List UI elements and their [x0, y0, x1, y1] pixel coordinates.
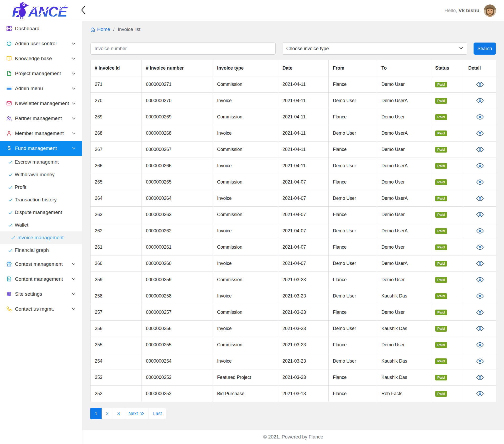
cell-number: 0000000257: [142, 304, 213, 321]
cell-type: Commission: [213, 207, 278, 223]
sidebar-subitem-profit[interactable]: Profit: [0, 181, 82, 194]
file-text-icon: [6, 276, 12, 282]
avatar[interactable]: [484, 4, 496, 17]
check-icon: [8, 172, 13, 177]
cell-to: Kaushik Das: [377, 369, 431, 386]
next-label: Next: [128, 411, 138, 416]
view-detail-eye-icon[interactable]: [476, 179, 484, 185]
view-detail-eye-icon[interactable]: [476, 81, 484, 88]
dollar-icon: $: [6, 145, 12, 151]
user-name: Vk bishu: [459, 8, 479, 13]
view-detail-eye-icon[interactable]: [476, 374, 484, 381]
sidebar-subitem-label: Withdrawn money: [15, 172, 55, 177]
cell-date: 2021-03-23: [278, 353, 329, 369]
cell-number: 0000000261: [142, 239, 213, 255]
status-badge: Paid: [435, 310, 447, 316]
chevron-down-icon: [71, 71, 76, 76]
view-detail-eye-icon[interactable]: [476, 260, 484, 267]
cell-detail: [464, 174, 496, 190]
sidebar-item-label: Member management: [15, 130, 64, 136]
page-button-2[interactable]: 2: [102, 408, 113, 419]
flance-logo[interactable]: F ANCE: [12, 2, 68, 19]
sidebar-subitem-invoice-management[interactable]: Invoice management: [0, 231, 82, 244]
users-icon: [6, 116, 12, 121]
breadcrumb-current: Invoice list: [118, 27, 140, 32]
view-detail-eye-icon[interactable]: [476, 114, 484, 120]
view-detail-eye-icon[interactable]: [476, 276, 484, 283]
sidebar-subitem-wallet[interactable]: Wallet: [0, 219, 82, 231]
view-detail-eye-icon[interactable]: [476, 390, 484, 397]
cell-detail: [464, 93, 496, 109]
sidebar-item-project-management[interactable]: Project management: [0, 66, 82, 81]
sidebar-item-fund-management[interactable]: $Fund management: [0, 141, 82, 156]
cell-from: Flance: [329, 337, 377, 353]
menu-lines-icon: [6, 86, 12, 91]
table-row: 2690000000269Commission2021-04-11FlanceD…: [91, 109, 496, 125]
sidebar-collapse-button[interactable]: [79, 6, 88, 15]
view-detail-eye-icon[interactable]: [476, 130, 484, 137]
sidebar-item-contest-management[interactable]: Contest management: [0, 257, 82, 271]
view-detail-eye-icon[interactable]: [476, 309, 484, 316]
sidebar-subitem-financial-graph[interactable]: Financial graph: [0, 244, 82, 257]
status-badge: Paid: [435, 163, 447, 169]
cell-type: Invoice: [213, 158, 278, 174]
view-detail-eye-icon[interactable]: [476, 228, 484, 234]
column-header-from: From: [329, 60, 377, 76]
next-page-button[interactable]: Next: [124, 408, 149, 419]
sidebar-item-site-settings[interactable]: Site settings: [0, 286, 82, 301]
view-detail-eye-icon[interactable]: [476, 163, 484, 169]
cell-from: Demo User: [329, 93, 377, 109]
view-detail-eye-icon[interactable]: [476, 325, 484, 332]
view-detail-eye-icon[interactable]: [476, 358, 484, 364]
sidebar-item-dashboard[interactable]: Dashboard: [0, 21, 82, 36]
sidebar-item-content-management[interactable]: Content management: [0, 271, 82, 286]
cell-detail: [464, 321, 496, 337]
cell-status: Paid: [431, 386, 464, 402]
cell-status: Paid: [431, 93, 464, 109]
status-badge: Paid: [435, 342, 447, 348]
sidebar-subitem-escrow-managemnt[interactable]: Escrow managemnt: [0, 156, 82, 168]
cell-status: Paid: [431, 239, 464, 255]
last-page-button[interactable]: Last: [149, 408, 166, 419]
invoice-number-input[interactable]: [90, 43, 276, 55]
view-detail-eye-icon[interactable]: [476, 342, 484, 348]
cell-status: Paid: [431, 304, 464, 321]
view-detail-eye-icon[interactable]: [476, 195, 484, 202]
cell-type: Commission: [213, 337, 278, 353]
check-icon: [8, 248, 13, 253]
sidebar-subitem-dispute-management[interactable]: Dispute management: [0, 206, 82, 219]
sidebar-item-label: Dashboard: [15, 26, 39, 32]
view-detail-eye-icon[interactable]: [476, 293, 484, 299]
table-row: 2520000000252Bid Purchase2021-03-13Flanc…: [91, 386, 496, 402]
sidebar-subitem-transaction-history[interactable]: Transaction history: [0, 194, 82, 206]
sidebar-item-admin-user-control[interactable]: Admin user control: [0, 36, 82, 51]
sidebar-item-knowledge-base[interactable]: Knowledge base: [0, 51, 82, 66]
power-icon: [6, 41, 12, 46]
filter-row: Choose invoice type Search: [90, 43, 496, 55]
sidebar-item-member-management[interactable]: Member management: [0, 126, 82, 141]
view-detail-eye-icon[interactable]: [476, 97, 484, 104]
svg-text:$: $: [8, 145, 10, 151]
cell-id: 257: [91, 304, 142, 321]
page-button-1[interactable]: 1: [90, 408, 102, 419]
cell-id: 270: [91, 93, 142, 109]
cell-status: Paid: [431, 109, 464, 125]
cell-status: Paid: [431, 369, 464, 386]
sidebar-item-admin-menu[interactable]: Admin menu: [0, 81, 82, 96]
cell-number: 0000000264: [142, 190, 213, 207]
view-detail-eye-icon[interactable]: [476, 146, 484, 153]
page-button-3[interactable]: 3: [113, 408, 124, 419]
invoice-type-select[interactable]: Choose invoice type: [282, 43, 468, 55]
breadcrumb-home-link[interactable]: Home: [97, 27, 110, 32]
column-header-date: Date: [278, 60, 329, 76]
sidebar-item-contact-us-mgmt[interactable]: Contact us mgmt.: [0, 301, 82, 316]
sidebar-item-partner-management[interactable]: Partner management: [0, 111, 82, 126]
cell-status: Paid: [431, 288, 464, 304]
sidebar-subitem-withdrawn-money[interactable]: Withdrawn money: [0, 168, 82, 181]
cell-id: 254: [91, 353, 142, 369]
search-button[interactable]: Search: [474, 43, 496, 55]
cell-type: Commission: [213, 109, 278, 125]
sidebar-item-newsletter-management[interactable]: Newsletter management: [0, 96, 82, 111]
view-detail-eye-icon[interactable]: [476, 244, 484, 250]
view-detail-eye-icon[interactable]: [476, 211, 484, 218]
